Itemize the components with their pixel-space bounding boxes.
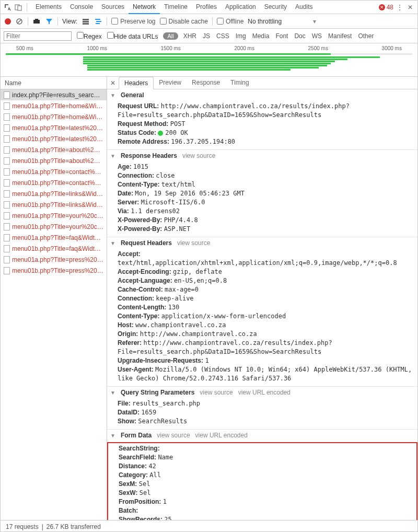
timeline-overview[interactable]: 500 ms1000 ms1500 ms2000 ms2500 ms3000 m… (1, 43, 417, 77)
tab-sources[interactable]: Sources (97, 1, 129, 14)
preserve-log-checkbox[interactable]: Preserve log (111, 18, 155, 25)
section-header[interactable]: ▼Form Dataview sourceview URL encoded (107, 430, 417, 441)
view-source-link[interactable]: view source (182, 152, 215, 159)
header-entry: Category: All (119, 471, 413, 480)
clear-icon[interactable] (15, 17, 24, 26)
header-value: All (149, 471, 161, 479)
detail-tab-preview[interactable]: Preview (154, 77, 187, 89)
detail-tab-headers[interactable]: Headers (119, 77, 154, 89)
detail-tab-timing[interactable]: Timing (225, 77, 254, 89)
header-value: http://www.championtravel.co.za (140, 330, 257, 338)
request-row[interactable]: menu01b.php?Title=your%20cha... (1, 221, 107, 232)
view-source-link[interactable]: view source (177, 239, 210, 247)
name-column-header[interactable]: Name (1, 77, 107, 89)
tab-console[interactable]: Console (66, 1, 97, 14)
section-title: Query String Parameters (121, 389, 194, 396)
header-entry: SearchField: Name (119, 453, 413, 462)
section-header[interactable]: ▼General (107, 89, 417, 101)
tab-network[interactable]: Network (129, 1, 160, 14)
section-header[interactable]: ▼Request Headersview source (107, 237, 417, 249)
request-row[interactable]: menu01b.php?Title=latest%20res... (1, 133, 107, 144)
menu-icon[interactable]: ⋮ (396, 3, 404, 11)
filter-type-ws[interactable]: WS (312, 32, 322, 40)
header-key: Cache-Control: (118, 286, 163, 293)
request-row[interactable]: menu01a.php?Title=links&Width... (1, 188, 107, 199)
view-source-link[interactable]: view source (200, 389, 233, 396)
disable-cache-checkbox[interactable]: Disable cache (160, 18, 208, 25)
header-entry: Remote Address: 196.37.205.194:80 (118, 137, 414, 146)
filter-type-other[interactable]: Other (358, 32, 374, 40)
close-icon[interactable]: ✕ (406, 3, 414, 11)
section-header[interactable]: ▼Query String Parametersview sourceview … (107, 387, 417, 398)
large-rows-icon[interactable] (82, 17, 90, 26)
header-value: Sel (139, 480, 150, 488)
file-icon (4, 135, 10, 143)
header-key: X-Powered-By: (118, 225, 162, 233)
filter-type-img[interactable]: Img (236, 32, 246, 40)
device-icon[interactable] (14, 3, 22, 11)
regex-checkbox[interactable]: Regex (77, 32, 102, 40)
tab-timeline[interactable]: Timeline (160, 1, 192, 14)
filter-type-manifest[interactable]: Manifest (328, 32, 352, 40)
capture-icon[interactable] (32, 17, 41, 26)
tab-audits[interactable]: Audits (291, 1, 317, 14)
header-key: Referer: (118, 339, 142, 346)
section-request-headers: ▼Request Headersview sourceAccept: text/… (107, 237, 417, 387)
filter-type-media[interactable]: Media (252, 32, 270, 40)
request-row[interactable]: index.php?File=results_search.ph... (1, 89, 107, 100)
header-entry: SexW: Sel (119, 489, 413, 498)
request-row[interactable]: menu01b.php?Title=home&Widt... (1, 111, 107, 122)
header-entry: Accept-Language: en-US,en;q=0.8 (118, 276, 414, 285)
filter-type-doc[interactable]: Doc (294, 32, 305, 40)
view-url-encoded-link[interactable]: view URL encoded (238, 389, 291, 396)
header-value: SearchResults (138, 418, 187, 425)
hide-data-urls-checkbox[interactable]: Hide data URLs (107, 32, 158, 40)
throttling-select[interactable]: No throttling▾ (248, 18, 316, 25)
request-row[interactable]: menu01a.php?Title=latest%20res... (1, 122, 107, 133)
request-name: menu01a.php?Title=contact%20i... (12, 168, 103, 176)
header-entry: File: results_search.php (118, 399, 414, 408)
filter-type-xhr[interactable]: XHR (183, 32, 196, 40)
detail-tab-response[interactable]: Response (187, 77, 225, 89)
tab-profiles[interactable]: Profiles (192, 1, 221, 14)
header-key: Content-Type: (118, 313, 159, 320)
filter-type-js[interactable]: JS (203, 32, 210, 40)
close-details-icon[interactable]: ✕ (107, 79, 119, 87)
request-row[interactable]: menu01b.php?Title=about%20ch... (1, 155, 107, 166)
file-icon (4, 113, 10, 121)
offline-checkbox[interactable]: Offline (217, 18, 243, 25)
devtools-tabbar: ElementsConsoleSourcesNetworkTimelinePro… (1, 1, 417, 14)
filter-type-font[interactable]: Font (275, 32, 288, 40)
section-title: General (121, 91, 144, 99)
filter-all-chip[interactable]: All (163, 32, 178, 40)
request-row[interactable]: menu01a.php?Title=faq&Width=... (1, 232, 107, 243)
request-row[interactable]: menu01b.php?Title=faq&Width=... (1, 243, 107, 254)
file-icon (4, 201, 10, 209)
record-button[interactable] (5, 18, 11, 25)
filter-type-css[interactable]: CSS (216, 32, 229, 40)
header-value: application/x-www-form-urlencoded (161, 313, 286, 320)
request-row[interactable]: menu01b.php?Title=contact%20i... (1, 177, 107, 188)
filter-icon[interactable] (45, 17, 53, 26)
tab-elements[interactable]: Elements (31, 1, 66, 14)
waterfall-icon[interactable] (94, 17, 102, 26)
timeline-tick: 500 ms (16, 45, 33, 51)
request-row[interactable]: menu01a.php?Title=about%20ch... (1, 144, 107, 155)
section-header[interactable]: ▼Response Headersview source (107, 150, 417, 161)
filter-input[interactable] (4, 31, 72, 41)
view-source-link[interactable]: view source (157, 432, 190, 439)
request-row[interactable]: menu01a.php?Title=your%20cha... (1, 210, 107, 221)
view-url-encoded-link[interactable]: view URL encoded (195, 432, 248, 439)
status-dot-icon (158, 131, 163, 136)
request-row[interactable]: menu01a.php?Title=contact%20i... (1, 166, 107, 177)
header-key: Request URL: (118, 102, 159, 110)
request-row[interactable]: menu01a.php?Title=press%20rele... (1, 254, 107, 265)
error-badge[interactable]: ✕48 (379, 4, 393, 11)
tab-application[interactable]: Application (221, 1, 260, 14)
request-row[interactable]: menu01a.php?Title=home&Widt... (1, 100, 107, 111)
inspect-icon[interactable] (4, 3, 12, 11)
request-row[interactable]: menu01b.php?Title=links&Width... (1, 199, 107, 210)
request-row[interactable]: menu01b.php?Title=press%20rel... (1, 265, 107, 276)
tab-security[interactable]: Security (260, 1, 291, 14)
header-key: Upgrade-Insecure-Requests: (118, 357, 203, 364)
